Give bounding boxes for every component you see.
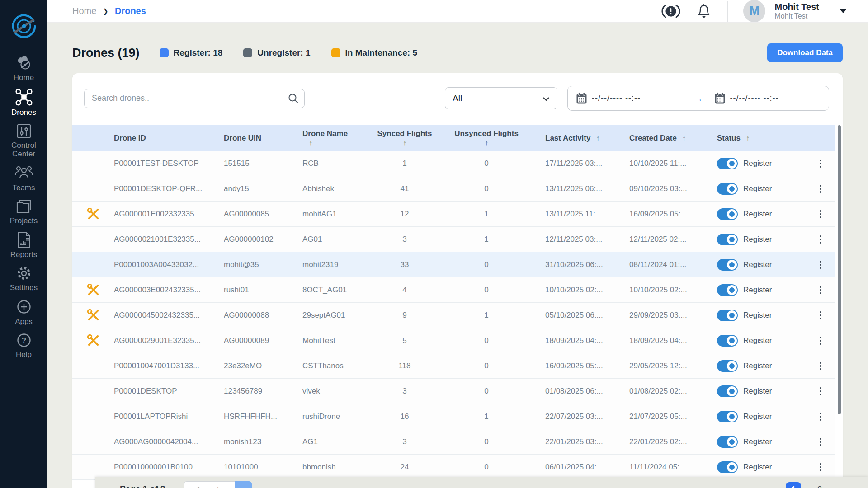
table-row[interactable]: AG000AG0000042004...monish123AG13022/01/… (72, 429, 835, 455)
status-toggle[interactable] (717, 436, 738, 448)
sidebar-item-settings[interactable]: Settings (0, 265, 47, 292)
date-from-field[interactable]: --/--/---- --:-- (576, 92, 683, 104)
sort-arrow-icon: ↑ (746, 134, 750, 142)
jump-to-input[interactable] (184, 481, 235, 488)
status-label: Register (743, 387, 772, 396)
column-header-last-activity[interactable]: Last Activity↑ (539, 134, 623, 143)
row-actions-kebab-icon[interactable] (807, 309, 835, 322)
table-scrollbar-thumb[interactable] (838, 125, 841, 414)
user-menu[interactable]: M Mohit Test Mohit Test (743, 0, 846, 22)
breadcrumb-home-link[interactable]: Home (72, 6, 96, 16)
row-actions-kebab-icon[interactable] (807, 385, 835, 398)
previous-page-icon[interactable]: ‹ (770, 483, 775, 488)
table-row[interactable]: AG0000029001E32335...AG00000089MohitTest… (72, 328, 835, 353)
pager: ‹ 1 2 › (770, 482, 843, 488)
row-actions-kebab-icon[interactable] (807, 207, 835, 221)
search-input[interactable] (84, 89, 305, 108)
row-actions-kebab-icon[interactable] (807, 157, 835, 170)
drone-name-cell: MohitTest (302, 336, 375, 345)
column-header-drone-name[interactable]: Drone Name↑ (302, 129, 375, 147)
status-toggle[interactable] (717, 284, 738, 296)
table-row[interactable]: P00001TEST-DESKTOP151515RCB1017/11/2025 … (72, 151, 835, 176)
next-page-icon[interactable]: › (838, 483, 843, 488)
date-to-field[interactable]: --/--/---- --:-- (714, 92, 821, 104)
search-box (84, 89, 305, 108)
status-toggle[interactable] (717, 335, 738, 347)
content-area: Drones (19) Register: 18 Unregister: 1 I… (47, 23, 868, 488)
row-actions-kebab-icon[interactable] (807, 334, 835, 347)
column-header-synced-flights[interactable]: Synced Flights↑ (375, 129, 434, 147)
table-row[interactable]: AG000003E002432335...rushi018OCT_AG01401… (72, 277, 835, 303)
row-actions-kebab-icon[interactable] (807, 258, 835, 272)
page-button-2[interactable]: 2 (812, 482, 827, 488)
column-header-unsynced-flights[interactable]: Unsynced Flights↑ (434, 129, 539, 147)
chevron-down-icon[interactable] (840, 9, 846, 13)
download-data-button[interactable]: Download Data (767, 43, 843, 62)
breadcrumb-current[interactable]: Drones (115, 6, 146, 16)
status-toggle[interactable] (717, 411, 738, 422)
table-row[interactable]: AG0000021001E32335...AG000000102AG013112… (72, 227, 835, 252)
unsynced-flights-cell: 0 (434, 463, 539, 472)
sidebar-item-help[interactable]: ? Help (0, 332, 47, 359)
created-date-cell: 18/09/2025 04:... (623, 336, 707, 345)
status-toggle[interactable] (717, 259, 738, 271)
emergency-alert-icon[interactable] (661, 3, 680, 19)
search-icon[interactable] (288, 93, 299, 106)
table-row[interactable]: P00001DESKTOP123456789vivek3001/08/2025 … (72, 379, 835, 404)
table-row[interactable]: AG0000045002432335...AG0000008829septAG0… (72, 303, 835, 328)
table-row[interactable]: AG000001E002332335...AG00000085mohitAG11… (72, 202, 835, 227)
row-actions-kebab-icon[interactable] (807, 283, 835, 297)
unsynced-flights-cell: 0 (434, 260, 539, 269)
maintenance-wrench-icon (87, 283, 100, 296)
status-toggle[interactable] (717, 461, 738, 473)
sidebar-item-apps[interactable]: Apps (0, 298, 47, 326)
status-filter-select[interactable]: All (445, 87, 557, 109)
table-row[interactable]: P00001003A00433032...mohit@35mohit231933… (72, 252, 835, 277)
status-toggle[interactable] (717, 385, 738, 397)
row-actions-kebab-icon[interactable] (807, 233, 835, 246)
last-activity-cell: 22/07/2025 03:... (539, 412, 623, 421)
sidebar-item-projects[interactable]: Projects (0, 198, 47, 225)
sidebar-item-reports[interactable]: Reports (0, 231, 47, 259)
app-logo[interactable] (10, 7, 38, 45)
topbar: Home ❯ Drones (47, 0, 868, 23)
maintenance-cell (72, 334, 114, 347)
table-row[interactable]: P00001LAPTOPRishiHSRFHFHFH...rushiDrone1… (72, 404, 835, 429)
table-row[interactable]: P000010000001B0100...10101000bbmonish240… (72, 455, 835, 480)
column-header-status[interactable]: Status↑ (707, 134, 807, 143)
maintenance-cell (72, 309, 114, 322)
status-toggle[interactable] (717, 158, 738, 169)
sidebar-item-drones[interactable]: Drones (0, 88, 47, 117)
table-header-row: Drone ID Drone UIN Drone Name↑ Synced Fl… (72, 125, 835, 151)
table-row[interactable]: P00001DESKTOP-QFR...andy15Abhishek41013/… (72, 176, 835, 202)
row-actions-kebab-icon[interactable] (807, 460, 835, 474)
avatar: M (743, 0, 765, 22)
table-row[interactable]: P000010047001D3133...23e32eMOCSTThanos11… (72, 353, 835, 379)
jump-to-button[interactable]: › (235, 481, 252, 488)
status-toggle[interactable] (717, 360, 738, 372)
sidebar-item-control-center[interactable]: Control Center (0, 123, 47, 158)
status-label: Register (743, 235, 772, 244)
column-header-created-date[interactable]: Created Date↑ (623, 134, 707, 143)
status-cell: Register (707, 461, 807, 473)
breadcrumb-chevron-icon: ❯ (103, 7, 108, 15)
sidebar-item-label: Reports (10, 250, 38, 259)
status-toggle[interactable] (717, 183, 738, 195)
status-toggle[interactable] (717, 208, 738, 220)
row-actions-kebab-icon[interactable] (807, 359, 835, 373)
sidebar-item-label: Projects (10, 216, 38, 225)
status-label: Register (743, 210, 772, 219)
sort-arrow-icon: ↑ (596, 134, 599, 142)
row-actions-kebab-icon[interactable] (807, 410, 835, 423)
row-actions-kebab-icon[interactable] (807, 435, 835, 449)
sidebar-item-teams[interactable]: Teams (0, 164, 47, 192)
notification-bell-icon[interactable] (697, 4, 711, 19)
created-date-cell: 09/10/2025 03:... (623, 184, 707, 193)
page-button-1[interactable]: 1 (786, 482, 801, 488)
row-actions-kebab-icon[interactable] (807, 182, 835, 196)
status-toggle[interactable] (717, 310, 738, 321)
sidebar-item-home[interactable]: Home (0, 55, 47, 82)
status-toggle[interactable] (717, 234, 738, 245)
drone-id-cell: P00001LAPTOPRishi (114, 412, 224, 421)
drone-uin-cell: 123456789 (224, 387, 302, 396)
